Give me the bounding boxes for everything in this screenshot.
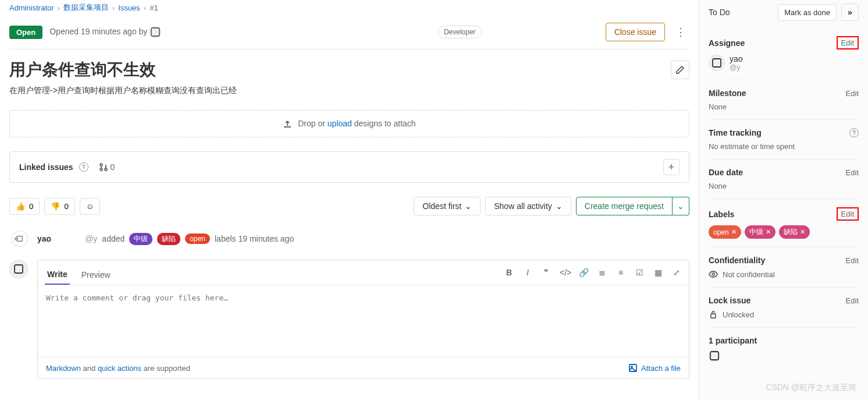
remove-label-defect[interactable]: ✕ (800, 228, 805, 236)
tab-write[interactable]: Write (45, 265, 70, 285)
thumbs-down-button[interactable]: 👎0 (44, 198, 74, 215)
merge-request-icon (99, 162, 108, 172)
opened-meta: Opened 19 minutes ago by (49, 26, 431, 38)
edit-confidentiality-button[interactable]: Edit (846, 256, 859, 265)
edit-title-button[interactable] (671, 61, 689, 79)
pencil-icon (675, 65, 685, 75)
help-icon[interactable]: ? (79, 162, 88, 172)
labels-title: Labels (709, 210, 734, 219)
breadcrumb: Administrator› 数据采集项目› Issues› #1 (9, 0, 689, 15)
activity-filter-dropdown[interactable]: Show all activity ⌄ (485, 197, 571, 215)
task-list-icon[interactable]: ☑ (634, 268, 645, 277)
add-reaction-button[interactable]: ☺ (80, 198, 101, 215)
thumbs-up-icon: 👍 (16, 202, 26, 211)
edit-due-date-button[interactable]: Edit (846, 168, 859, 177)
edit-labels-button[interactable]: Edit (837, 207, 859, 221)
activity-author[interactable]: yao (37, 234, 51, 243)
remove-label-open[interactable]: ✕ (731, 228, 737, 236)
breadcrumb-issues[interactable]: Issues (118, 3, 140, 12)
confidentiality-title: Confidentiality (709, 256, 765, 265)
smile-icon: ☺ (86, 202, 94, 211)
create-merge-request-button[interactable]: Create merge request (576, 197, 673, 215)
sidebar-todo: To Do (709, 8, 730, 17)
remove-label-mid[interactable]: ✕ (766, 228, 771, 236)
time-help-icon[interactable]: ? (849, 128, 859, 137)
image-icon (628, 363, 638, 373)
quote-icon[interactable]: ❞ (541, 268, 552, 277)
svg-point-9 (712, 273, 714, 275)
chevron-down-icon: ⌄ (465, 201, 472, 211)
design-upload-zone[interactable]: Drop or upload designs to attach (9, 110, 689, 137)
eye-icon (709, 270, 718, 279)
table-icon[interactable]: ▦ (653, 268, 663, 277)
svg-point-1 (100, 164, 102, 166)
tab-preview[interactable]: Preview (79, 266, 113, 284)
svg-rect-11 (710, 352, 718, 360)
participant-avatar-icon[interactable] (709, 350, 720, 362)
edit-lock-button[interactable]: Edit (846, 296, 859, 305)
editor-help: Markdown and quick actions are supported (46, 364, 190, 373)
label-chip-midlevel[interactable]: 中级✕ (745, 225, 775, 239)
markdown-link[interactable]: Markdown (46, 364, 81, 373)
lock-value: Unlocked (723, 310, 754, 319)
upload-link[interactable]: upload (328, 119, 352, 128)
sort-dropdown[interactable]: Oldest first ⌄ (414, 197, 481, 215)
link-icon[interactable]: 🔗 (578, 268, 589, 277)
activity-handle: @y (85, 234, 97, 243)
label-pill-midlevel[interactable]: 中级 (129, 233, 152, 245)
fullscreen-icon[interactable]: ⤢ (671, 268, 682, 277)
author-avatar-icon[interactable] (150, 26, 161, 38)
quick-actions-link[interactable]: quick actions (98, 364, 141, 373)
comment-editor: Write Preview B I ❞ </> 🔗 ≣ ≡ ☑ ▦ ⤢ (37, 260, 689, 379)
italic-icon[interactable]: I (522, 268, 533, 277)
bold-icon[interactable]: B (504, 268, 514, 277)
thumbs-up-button[interactable]: 👍0 (9, 198, 40, 215)
time-value: No estimate or time spent (709, 142, 859, 151)
svg-rect-10 (711, 314, 716, 318)
breadcrumb-project[interactable]: 数据采集项目 (63, 2, 109, 13)
add-linked-issue-button[interactable]: + (663, 159, 680, 175)
label-pill-open[interactable]: open (185, 233, 210, 244)
label-chip-open[interactable]: open✕ (709, 225, 741, 239)
milestone-title: Milestone (709, 89, 746, 98)
close-issue-button[interactable]: Close issue (606, 23, 665, 41)
breadcrumb-number: #1 (150, 3, 158, 12)
code-icon[interactable]: </> (560, 268, 570, 277)
svg-rect-5 (15, 265, 23, 273)
svg-rect-8 (713, 59, 721, 67)
svg-point-2 (100, 168, 102, 171)
label-icon (8, 227, 31, 250)
lock-title: Lock issue (709, 296, 750, 305)
linked-count: 0 (99, 162, 115, 172)
role-badge: Developer (437, 26, 482, 38)
upload-icon (283, 119, 292, 129)
time-tracking-title: Time tracking (709, 128, 762, 137)
numbered-list-icon[interactable]: ≡ (616, 268, 626, 277)
label-pill-defect[interactable]: 缺陷 (157, 233, 180, 245)
attach-file-button[interactable]: Attach a file (628, 363, 681, 373)
assignee-handle: @y (730, 63, 743, 72)
issue-actions-menu[interactable]: ⋮ (672, 22, 689, 42)
assignee-avatar-icon (709, 55, 725, 71)
unlock-icon (709, 310, 718, 319)
thumbs-down-icon: 👎 (51, 202, 61, 211)
due-date-value: None (709, 182, 859, 190)
status-badge: Open (9, 26, 42, 39)
mark-as-done-button[interactable]: Mark as done (778, 4, 837, 21)
bullet-list-icon[interactable]: ≣ (597, 268, 607, 277)
linked-issues-panel: Linked issues ? 0 + (9, 151, 689, 183)
chevron-down-icon: ⌄ (556, 201, 563, 211)
breadcrumb-admin[interactable]: Administrator (9, 3, 54, 12)
due-date-title: Due date (709, 168, 743, 177)
edit-milestone-button[interactable]: Edit (846, 89, 859, 98)
issue-title: 用户条件查询不生效 (9, 59, 664, 81)
create-merge-request-dropdown[interactable]: ⌄ (673, 197, 689, 215)
label-chip-defect[interactable]: 缺陷✕ (779, 225, 810, 239)
collapse-sidebar-button[interactable]: » (841, 3, 859, 21)
assignee-name[interactable]: yao (730, 54, 743, 63)
confidentiality-value: Not confidential (723, 270, 775, 279)
assignee-title: Assignee (709, 38, 745, 48)
edit-assignee-button[interactable]: Edit (837, 36, 859, 49)
activity-label-added: yao @y added 中级 缺陷 open labels 19 minute… (9, 225, 689, 253)
comment-textarea[interactable] (38, 285, 689, 355)
